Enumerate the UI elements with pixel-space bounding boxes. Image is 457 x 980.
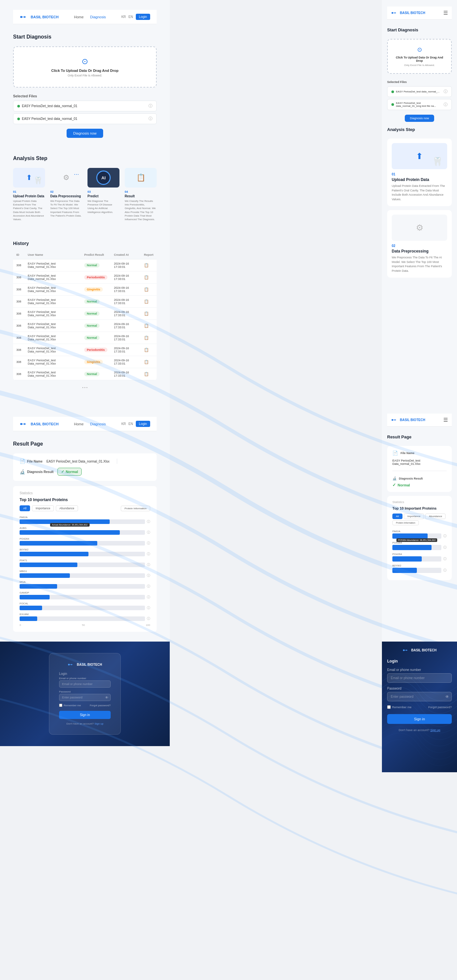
mobile-email-label: Email or phone number [387,668,452,671]
mobile-remember-text: Remember me [392,706,412,709]
mobile-remember-checkbox[interactable] [387,705,391,709]
password-eye-icon[interactable]: 👁 [105,696,108,699]
mobile-remember-row: Remember me Forgot password? [387,705,452,709]
row-3: BASIL BIOTECH Login Email or phone numbe… [0,641,457,772]
mobile-tooltip: PO5364 Abundance: 36,651,564,602 [396,538,437,542]
mobile-signin-button[interactable]: Sign in [387,714,452,724]
mobile-login-logo-icon [403,648,410,652]
mobile-password-input[interactable] [387,692,452,702]
mobile-login-card: BASIL BIOTECH Login Email or phone numbe… [387,648,452,732]
mobile-email-input[interactable] [387,673,452,683]
mobile-pwd-label: Password [387,687,452,690]
desktop-login-bg: BASIL BIOTECH Login Email or phone numbe… [0,641,170,746]
mobile-remember-label: Remember me [387,705,412,709]
mobile-login-logo: BASIL BIOTECH [387,648,452,652]
mobile-login-label: Login [387,659,452,663]
page-wrapper: BASIL BIOTECH Home Diagnosis KR EN Login… [0,0,457,772]
mobile-login-panel: BASIL BIOTECH Login Email or phone numbe… [382,641,457,772]
mobile-signup-link[interactable]: Sign up [430,729,440,732]
desktop-login-panel: BASIL BIOTECH Login Email or phone numbe… [0,641,170,772]
mobile-login-brand: BASIL BIOTECH [411,648,437,652]
mobile-pwd-eye-icon[interactable]: 👁 [445,695,449,699]
svg-point-15 [403,649,405,651]
mobile-login-bg: BASIL BIOTECH Login Email or phone numbe… [382,641,457,772]
mobile-pwd-wrapper: 👁 [387,692,452,702]
password-input[interactable] [59,694,111,701]
mobile-register-row: Don't have an account? Sign up [387,729,452,732]
pwd-wrapper: 👁 [59,694,111,701]
mobile-no-account-text: Don't have an account? [398,729,429,732]
svg-marker-17 [406,650,408,651]
mobile-forgot-link[interactable]: Forgot password? [428,706,452,709]
